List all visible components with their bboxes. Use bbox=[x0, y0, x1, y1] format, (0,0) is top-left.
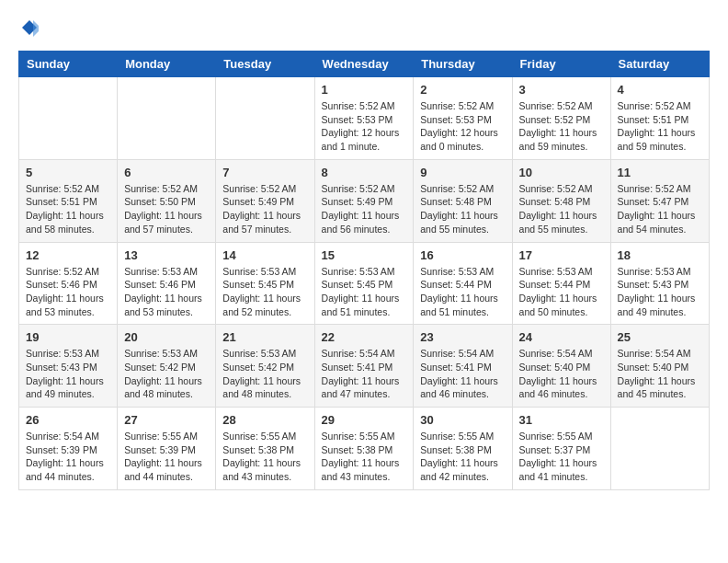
calendar-cell: 6Sunrise: 5:52 AMSunset: 5:50 PMDaylight… bbox=[118, 159, 216, 242]
calendar-cell: 25Sunrise: 5:54 AMSunset: 5:40 PMDayligh… bbox=[610, 325, 709, 408]
day-number: 8 bbox=[322, 166, 407, 179]
day-info: Sunrise: 5:53 AMSunset: 5:45 PMDaylight:… bbox=[322, 265, 407, 319]
weekday-header: Thursday bbox=[414, 52, 512, 77]
day-number: 19 bbox=[26, 330, 110, 344]
day-info: Sunrise: 5:53 AMSunset: 5:46 PMDaylight:… bbox=[124, 265, 209, 319]
weekday-header: Wednesday bbox=[314, 52, 414, 77]
day-info: Sunrise: 5:52 AMSunset: 5:52 PMDaylight:… bbox=[519, 99, 604, 154]
calendar-cell: 13Sunrise: 5:53 AMSunset: 5:46 PMDayligh… bbox=[118, 242, 216, 325]
calendar-cell: 17Sunrise: 5:53 AMSunset: 5:44 PMDayligh… bbox=[512, 242, 610, 325]
calendar-cell: 10Sunrise: 5:52 AMSunset: 5:48 PMDayligh… bbox=[512, 159, 610, 242]
day-number: 6 bbox=[124, 166, 209, 179]
day-number: 21 bbox=[222, 330, 307, 344]
day-number: 3 bbox=[519, 83, 604, 97]
calendar-cell: 24Sunrise: 5:54 AMSunset: 5:40 PMDayligh… bbox=[512, 325, 610, 408]
day-info: Sunrise: 5:54 AMSunset: 5:39 PMDaylight:… bbox=[26, 430, 110, 484]
logo bbox=[18, 18, 39, 41]
calendar-header-row: SundayMondayTuesdayWednesdayThursdayFrid… bbox=[19, 52, 710, 77]
day-number: 14 bbox=[222, 248, 307, 262]
day-info: Sunrise: 5:53 AMSunset: 5:43 PMDaylight:… bbox=[26, 347, 110, 401]
day-info: Sunrise: 5:54 AMSunset: 5:41 PMDaylight:… bbox=[420, 347, 505, 401]
calendar-cell: 1Sunrise: 5:52 AMSunset: 5:53 PMDaylight… bbox=[314, 77, 414, 160]
page-header bbox=[18, 18, 710, 41]
day-number: 24 bbox=[519, 330, 604, 344]
calendar-cell: 30Sunrise: 5:55 AMSunset: 5:38 PMDayligh… bbox=[414, 408, 512, 490]
calendar-cell: 5Sunrise: 5:52 AMSunset: 5:51 PMDaylight… bbox=[19, 159, 118, 242]
calendar-cell: 3Sunrise: 5:52 AMSunset: 5:52 PMDaylight… bbox=[512, 77, 610, 160]
calendar-cell: 22Sunrise: 5:54 AMSunset: 5:41 PMDayligh… bbox=[314, 325, 414, 408]
calendar-cell: 7Sunrise: 5:52 AMSunset: 5:49 PMDaylight… bbox=[216, 159, 314, 242]
day-info: Sunrise: 5:55 AMSunset: 5:38 PMDaylight:… bbox=[222, 430, 307, 484]
day-number: 28 bbox=[222, 413, 307, 427]
day-number: 2 bbox=[420, 83, 505, 97]
day-number: 5 bbox=[26, 166, 110, 179]
day-number: 18 bbox=[618, 248, 702, 262]
calendar-cell: 2Sunrise: 5:52 AMSunset: 5:53 PMDaylight… bbox=[414, 77, 512, 160]
day-info: Sunrise: 5:52 AMSunset: 5:48 PMDaylight:… bbox=[519, 182, 604, 236]
calendar-cell bbox=[216, 77, 314, 160]
day-number: 29 bbox=[322, 413, 407, 427]
day-number: 17 bbox=[519, 248, 604, 262]
calendar-week-row: 5Sunrise: 5:52 AMSunset: 5:51 PMDaylight… bbox=[19, 159, 710, 242]
day-number: 1 bbox=[322, 83, 407, 97]
day-number: 22 bbox=[322, 330, 407, 344]
day-info: Sunrise: 5:55 AMSunset: 5:39 PMDaylight:… bbox=[124, 430, 209, 484]
calendar-week-row: 19Sunrise: 5:53 AMSunset: 5:43 PMDayligh… bbox=[19, 325, 710, 408]
day-number: 10 bbox=[519, 166, 604, 179]
day-number: 12 bbox=[26, 248, 110, 262]
svg-marker-1 bbox=[33, 20, 39, 37]
day-info: Sunrise: 5:53 AMSunset: 5:43 PMDaylight:… bbox=[618, 265, 702, 319]
day-number: 15 bbox=[322, 248, 407, 262]
day-info: Sunrise: 5:53 AMSunset: 5:42 PMDaylight:… bbox=[222, 347, 307, 401]
day-number: 7 bbox=[222, 166, 307, 179]
day-info: Sunrise: 5:52 AMSunset: 5:53 PMDaylight:… bbox=[420, 99, 505, 154]
day-info: Sunrise: 5:52 AMSunset: 5:51 PMDaylight:… bbox=[26, 182, 110, 236]
day-number: 30 bbox=[420, 413, 505, 427]
day-number: 23 bbox=[420, 330, 505, 344]
calendar-cell: 9Sunrise: 5:52 AMSunset: 5:48 PMDaylight… bbox=[414, 159, 512, 242]
calendar-cell: 20Sunrise: 5:53 AMSunset: 5:42 PMDayligh… bbox=[118, 325, 216, 408]
day-number: 11 bbox=[618, 166, 702, 179]
weekday-header: Tuesday bbox=[216, 52, 314, 77]
day-info: Sunrise: 5:53 AMSunset: 5:45 PMDaylight:… bbox=[222, 265, 307, 319]
calendar-cell: 12Sunrise: 5:52 AMSunset: 5:46 PMDayligh… bbox=[19, 242, 118, 325]
calendar-cell: 21Sunrise: 5:53 AMSunset: 5:42 PMDayligh… bbox=[216, 325, 314, 408]
day-number: 31 bbox=[519, 413, 604, 427]
day-info: Sunrise: 5:52 AMSunset: 5:46 PMDaylight:… bbox=[26, 265, 110, 319]
calendar-cell: 14Sunrise: 5:53 AMSunset: 5:45 PMDayligh… bbox=[216, 242, 314, 325]
day-info: Sunrise: 5:52 AMSunset: 5:53 PMDaylight:… bbox=[322, 99, 407, 154]
day-info: Sunrise: 5:53 AMSunset: 5:44 PMDaylight:… bbox=[519, 265, 604, 319]
calendar-cell: 15Sunrise: 5:53 AMSunset: 5:45 PMDayligh… bbox=[314, 242, 414, 325]
day-info: Sunrise: 5:52 AMSunset: 5:50 PMDaylight:… bbox=[124, 182, 209, 236]
day-info: Sunrise: 5:52 AMSunset: 5:48 PMDaylight:… bbox=[420, 182, 505, 236]
calendar-cell: 26Sunrise: 5:54 AMSunset: 5:39 PMDayligh… bbox=[19, 408, 118, 490]
calendar-cell: 23Sunrise: 5:54 AMSunset: 5:41 PMDayligh… bbox=[414, 325, 512, 408]
day-info: Sunrise: 5:54 AMSunset: 5:40 PMDaylight:… bbox=[519, 347, 604, 401]
day-number: 13 bbox=[124, 248, 209, 262]
weekday-header: Friday bbox=[512, 52, 610, 77]
calendar-cell: 8Sunrise: 5:52 AMSunset: 5:49 PMDaylight… bbox=[314, 159, 414, 242]
calendar-week-row: 1Sunrise: 5:52 AMSunset: 5:53 PMDaylight… bbox=[19, 77, 710, 160]
day-number: 26 bbox=[26, 413, 110, 427]
day-info: Sunrise: 5:53 AMSunset: 5:44 PMDaylight:… bbox=[420, 265, 505, 319]
calendar-cell: 28Sunrise: 5:55 AMSunset: 5:38 PMDayligh… bbox=[216, 408, 314, 490]
day-info: Sunrise: 5:52 AMSunset: 5:51 PMDaylight:… bbox=[618, 99, 702, 154]
day-info: Sunrise: 5:52 AMSunset: 5:49 PMDaylight:… bbox=[222, 182, 307, 236]
day-info: Sunrise: 5:55 AMSunset: 5:38 PMDaylight:… bbox=[420, 430, 505, 484]
weekday-header: Sunday bbox=[19, 52, 118, 77]
calendar-cell: 18Sunrise: 5:53 AMSunset: 5:43 PMDayligh… bbox=[610, 242, 709, 325]
day-number: 9 bbox=[420, 166, 505, 179]
calendar-cell: 29Sunrise: 5:55 AMSunset: 5:38 PMDayligh… bbox=[314, 408, 414, 490]
calendar-cell: 31Sunrise: 5:55 AMSunset: 5:37 PMDayligh… bbox=[512, 408, 610, 490]
calendar-cell bbox=[19, 77, 118, 160]
calendar-cell: 16Sunrise: 5:53 AMSunset: 5:44 PMDayligh… bbox=[414, 242, 512, 325]
calendar-cell bbox=[610, 408, 709, 490]
calendar-table: SundayMondayTuesdayWednesdayThursdayFrid… bbox=[18, 51, 710, 490]
calendar-cell: 19Sunrise: 5:53 AMSunset: 5:43 PMDayligh… bbox=[19, 325, 118, 408]
logo-text bbox=[18, 18, 39, 41]
day-info: Sunrise: 5:53 AMSunset: 5:42 PMDaylight:… bbox=[124, 347, 209, 401]
day-number: 27 bbox=[124, 413, 209, 427]
calendar-cell: 4Sunrise: 5:52 AMSunset: 5:51 PMDaylight… bbox=[610, 77, 709, 160]
weekday-header: Saturday bbox=[610, 52, 709, 77]
calendar-cell bbox=[118, 77, 216, 160]
